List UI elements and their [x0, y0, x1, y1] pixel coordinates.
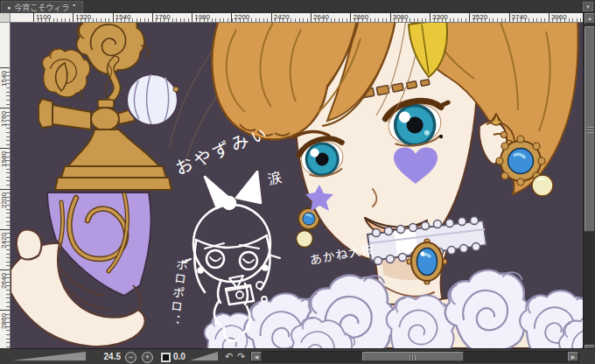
ruler-label: 1980: [194, 13, 210, 21]
vertical-ruler: 15401760198022002420264028603080: [0, 23, 10, 348]
ruler-label: 1540: [116, 13, 131, 21]
artwork: [10, 23, 583, 348]
ruler-label: 2860: [353, 13, 368, 21]
scroll-left-button[interactable]: ◀: [251, 352, 262, 361]
document-tab[interactable]: ● 今宵こそウィラ •: [1, 1, 83, 13]
ruler-label: 1980: [0, 148, 9, 171]
ruler-label: 2420: [274, 13, 290, 21]
zoom-slider[interactable]: [12, 352, 86, 360]
tab-modified-indicator: •: [73, 2, 75, 9]
horizontal-scrollbar[interactable]: ◀ ▶: [250, 351, 579, 362]
vertical-scrollbar[interactable]: ▲ ▼: [583, 13, 595, 357]
ruler-label: 1760: [155, 13, 171, 21]
ruler-label: 2860: [0, 310, 9, 332]
scroll-up-button[interactable]: ▲: [584, 13, 595, 24]
zoom-value: 24.5: [86, 352, 121, 361]
thumb-grip: [587, 127, 594, 133]
ruler-label: 3080: [393, 13, 409, 21]
ruler-label: 1540: [0, 67, 9, 90]
ruler-label: 2420: [0, 229, 9, 252]
status-bar: 24.5 − + 0.0 ↶ ↷ ☼ ◀ ▶: [0, 348, 595, 364]
zoom-in-button[interactable]: +: [142, 352, 153, 363]
tab-status-icon: ●: [7, 4, 10, 10]
beauty-mark: [439, 135, 443, 138]
ruler-label: 1100: [36, 13, 51, 21]
zoom-out-button[interactable]: −: [125, 352, 136, 363]
ruler-label: 1320: [75, 13, 91, 21]
ruler-label: 3740: [512, 13, 528, 21]
plus-icon: +: [145, 353, 150, 361]
thumb-grip: [410, 354, 416, 360]
arrow-left-icon: ◀: [255, 354, 259, 360]
horizontal-scrollbar-thumb[interactable]: [362, 352, 464, 361]
ruler-label: 3960: [551, 13, 567, 21]
horizontal-ruler: 1100132015401760198022002420264028603080…: [10, 13, 583, 23]
ruler-label: 3300: [432, 13, 448, 21]
rotate-ccw-button[interactable]: ↶: [225, 351, 233, 362]
ruler-label: 2640: [0, 270, 9, 292]
ruler-label: 1760: [0, 108, 9, 130]
canvas-viewport[interactable]: おやずみぃ 涙 ポロポロ： あかね大佐: [10, 23, 583, 348]
minus-icon: −: [129, 353, 133, 361]
zoom-reset-button[interactable]: [161, 353, 171, 362]
ruler-corner: [0, 13, 10, 23]
chevron-down-icon: ▼: [585, 4, 591, 10]
app-window: ● 今宵こそウィラ • ▼ 11001320154017601980220024…: [0, 0, 595, 364]
ruler-label: 2200: [234, 13, 250, 21]
ruler-label: 2200: [0, 189, 9, 212]
tab-title: 今宵こそウィラ: [14, 2, 69, 13]
ruler-label: 3520: [472, 13, 487, 21]
title-bar: ● 今宵こそウィラ • ▼: [0, 0, 595, 13]
rotate-cw-button[interactable]: ↷: [237, 351, 245, 362]
scroll-right-button[interactable]: ▶: [568, 352, 578, 361]
vertical-scrollbar-thumb[interactable]: [584, 26, 595, 232]
view-menu-button[interactable]: ▼: [583, 2, 593, 11]
arrow-right-icon: ▶: [571, 354, 576, 360]
arrow-up-icon: ▲: [587, 16, 592, 21]
ruler-label: 2640: [313, 13, 329, 21]
